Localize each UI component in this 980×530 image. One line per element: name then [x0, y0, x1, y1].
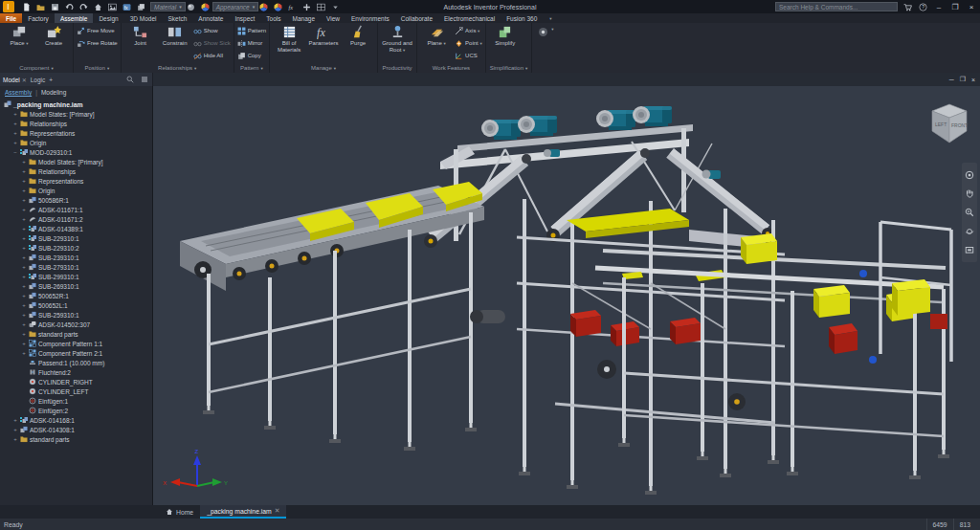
viewport-3d[interactable]: Z X Y LEFT FRONT — [153, 86, 980, 505]
expand-toggle[interactable]: + — [21, 168, 27, 174]
fx-icon[interactable]: fx — [287, 2, 298, 12]
help-icon[interactable]: ? — [918, 2, 928, 12]
tree-item[interactable]: +SUB-259310:1 — [0, 310, 152, 320]
doc-minimize-button[interactable]: ─ — [949, 77, 954, 83]
layers-icon[interactable] — [136, 2, 146, 12]
ribbon-extra-tools[interactable]: ▾ — [532, 23, 559, 73]
expand-toggle[interactable]: + — [21, 341, 27, 346]
view-cube[interactable]: LEFT FRONT — [924, 99, 974, 147]
close-icon[interactable]: ✕ — [22, 77, 27, 83]
simplify-button[interactable]: Simplify — [489, 25, 522, 47]
tree-item[interactable]: +SUB-269310:1 — [0, 281, 152, 291]
doc-tab-home[interactable]: Home — [159, 505, 200, 519]
orbit-icon[interactable] — [965, 226, 975, 236]
copy-button[interactable]: Copy — [237, 50, 266, 61]
expand-toggle[interactable]: + — [21, 178, 27, 184]
joint-button[interactable]: Joint — [124, 25, 157, 47]
expand-toggle[interactable]: + — [21, 350, 27, 356]
tree-item[interactable]: +ADSK-014308:1 — [0, 425, 152, 434]
expand-toggle[interactable]: + — [21, 216, 27, 222]
close-button[interactable]: × — [966, 2, 977, 12]
expand-toggle[interactable]: + — [21, 264, 27, 270]
tree-item[interactable]: +ADSK-014168:1 — [0, 415, 152, 425]
ribbon-tab-inspect[interactable]: Inspect — [229, 13, 260, 23]
cart-icon[interactable] — [902, 2, 913, 12]
expand-toggle[interactable]: + — [12, 436, 18, 442]
ribbon-group-label[interactable]: Position ▾ — [74, 63, 121, 73]
undo-icon[interactable] — [64, 2, 75, 12]
expand-toggle[interactable]: + — [21, 235, 27, 241]
tree-item[interactable]: +Relationships — [0, 166, 152, 176]
tree-root[interactable]: _packing machine.iam — [0, 99, 152, 109]
expand-toggle[interactable]: + — [21, 302, 27, 308]
tree-item[interactable]: +ADSK-014502:307 — [0, 320, 152, 329]
mirror-button[interactable]: Mirror — [237, 37, 266, 49]
search-input[interactable] — [775, 2, 898, 11]
pan-hand-icon[interactable] — [965, 188, 975, 199]
ground-and-root-button[interactable]: Ground and Root ▾ — [381, 25, 413, 54]
tree-item[interactable]: Einfügen:1 — [0, 396, 152, 406]
expand-toggle[interactable]: + — [21, 283, 27, 289]
hide-all-button[interactable]: Hide All — [193, 50, 231, 61]
expand-toggle[interactable]: + — [21, 321, 27, 327]
ribbon-tab-electromechanical[interactable]: Electromechanical — [438, 13, 501, 23]
free-rotate-button[interactable]: Free Rotate — [77, 37, 118, 49]
expand-toggle[interactable]: + — [12, 130, 18, 136]
expand-toggle[interactable]: + — [21, 159, 27, 165]
expand-toggle[interactable]: + — [12, 417, 18, 423]
expand-toggle[interactable]: + — [21, 293, 27, 298]
expand-toggle[interactable]: − — [12, 149, 18, 155]
free-move-button[interactable]: Free Move — [77, 25, 118, 36]
ribbon-tab-environments[interactable]: Environments — [345, 13, 395, 23]
panel-tab-logic[interactable]: Logic — [31, 77, 46, 83]
tree-item[interactable]: +SUB-229310:1 — [0, 233, 152, 243]
subtab-assembly[interactable]: Assembly — [5, 89, 32, 96]
expand-toggle[interactable]: + — [21, 207, 27, 212]
tree-item[interactable]: +Model States: [Primary] — [0, 109, 152, 119]
tree-item[interactable]: +500652R:1 — [0, 291, 152, 300]
ribbon-tab-annotate[interactable]: Annotate — [192, 13, 229, 23]
tree-item[interactable]: Einfügen:2 — [0, 406, 152, 415]
purge-button[interactable]: Purge — [342, 25, 374, 47]
ribbon-tab-design[interactable]: Design — [93, 13, 123, 23]
ribbon-tab-view[interactable]: View — [321, 13, 345, 23]
grid-icon[interactable] — [316, 2, 326, 12]
plus-icon[interactable] — [301, 2, 312, 12]
doc-tab--packing-machine-iam[interactable]: _packing machine.iam✕ — [200, 505, 286, 519]
expand-toggle[interactable]: + — [21, 331, 27, 337]
hamburger-icon[interactable] — [139, 75, 149, 85]
tree-item[interactable]: +SUB-299310:1 — [0, 272, 152, 281]
axis-button[interactable]: Axis ▾ — [455, 25, 482, 36]
ilogic-icon[interactable]: fx — [122, 2, 132, 12]
tree-item[interactable]: +Representations — [0, 176, 152, 186]
parameters-button[interactable]: fxParameters — [307, 25, 340, 47]
tree-item[interactable]: +ADSK-014389:1 — [0, 224, 152, 233]
tree-item[interactable]: +SUB-279310:1 — [0, 262, 152, 272]
expand-toggle[interactable]: + — [21, 254, 27, 260]
expand-toggle[interactable]: + — [12, 111, 18, 117]
expand-toggle[interactable]: + — [21, 197, 27, 203]
tree-item[interactable]: +500586R:1 — [0, 195, 152, 205]
expand-toggle[interactable]: + — [21, 245, 27, 251]
tree-item[interactable]: +500652L:1 — [0, 300, 152, 310]
color-wheel-icon[interactable] — [200, 2, 211, 12]
ribbon-tab-sketch[interactable]: Sketch — [162, 13, 192, 23]
restore-button[interactable]: ❐ — [949, 2, 961, 12]
point-button[interactable]: Point ▾ — [455, 37, 482, 49]
open-folder-icon[interactable] — [35, 2, 46, 12]
ribbon-tab-assemble[interactable]: Assemble — [55, 13, 94, 23]
tree-item[interactable]: +standard parts — [0, 434, 152, 444]
show-button[interactable]: Show — [193, 25, 231, 36]
new-file-icon[interactable] — [21, 2, 32, 12]
ribbon-tab-collaborate[interactable]: Collaborate — [395, 13, 438, 23]
tree-item[interactable]: +standard parts — [0, 329, 152, 339]
doc-restore-button[interactable]: ❐ — [960, 76, 966, 83]
tree-item[interactable]: +Relationships — [0, 119, 152, 128]
ribbon-tab-tools[interactable]: Tools — [260, 13, 286, 23]
show-sick-button[interactable]: Show Sick — [193, 37, 231, 49]
tree-item[interactable]: Fluchtend:2 — [0, 367, 152, 377]
tree-item[interactable]: CYLINDER_LEFT — [0, 386, 152, 396]
material-dropdown[interactable]: Material ▾ — [150, 2, 186, 11]
image-icon[interactable] — [107, 2, 118, 12]
tree-item[interactable]: +Origin — [0, 138, 152, 147]
